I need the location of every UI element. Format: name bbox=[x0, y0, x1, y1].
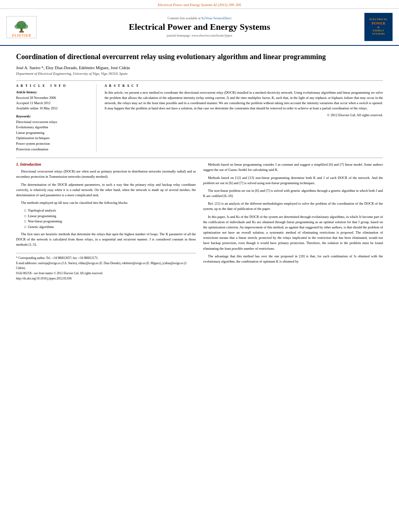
elsevier-wordmark: ELSEVIER bbox=[12, 34, 31, 37]
available-date: Available online 16 May 2012 bbox=[16, 106, 90, 111]
right-para5: In this paper, Js and Ks of the DOCR of … bbox=[203, 214, 383, 251]
sciverse-text: Contents lists available at bbox=[168, 16, 202, 20]
footnote-issn: 0142-0615/$ - see front matter © 2012 El… bbox=[16, 271, 196, 275]
article-info-label: A R T I C L E I N F O bbox=[16, 84, 90, 88]
journal-title: Electrical Power and Energy Systems bbox=[43, 22, 356, 32]
authors-text: José A. Sueiro *, Eloy Diaz-Dorado, Edel… bbox=[16, 66, 130, 70]
received-date: Received 28 November 2006 bbox=[16, 95, 90, 101]
divider-top bbox=[16, 80, 383, 81]
authors-line: José A. Sueiro *, Eloy Diaz-Dorado, Edel… bbox=[16, 66, 383, 70]
top-bar: Electrical Power and Energy Systems 42 (… bbox=[0, 0, 399, 9]
affiliation-line: Department of Electrical Engineering, Un… bbox=[16, 72, 383, 76]
bullet-4: □ bbox=[24, 224, 26, 230]
list-item-1: □ Topological analysis bbox=[21, 208, 196, 214]
sciverse-line: Contents lists available at SciVerse Sci… bbox=[43, 16, 356, 20]
list-label-2: Linear programming bbox=[28, 214, 56, 219]
elsevier-logo-image: ELSEVIER bbox=[6, 16, 37, 38]
keyword-5: Power system protection bbox=[16, 141, 90, 147]
accepted-date: Accepted 11 March 2012 bbox=[16, 101, 90, 106]
keyword-2: Evolutionary algorithm bbox=[16, 125, 90, 130]
right-para3: The non-linear problem set out in [6] an… bbox=[203, 188, 383, 199]
sciverse-link[interactable]: SciVerse ScienceDirect bbox=[202, 16, 232, 20]
right-para2: Methods based on [12] and [13] non-linea… bbox=[203, 175, 383, 186]
list-item-2: □ Linear programming bbox=[21, 214, 196, 219]
keywords-label: Keywords: bbox=[16, 114, 90, 118]
elsevier-logo-container: ELSEVIER bbox=[6, 16, 39, 38]
logo-energy: ENERGY bbox=[373, 29, 385, 33]
right-para1: Methods based on linear programming cons… bbox=[203, 162, 383, 173]
footnote-email: E-mail addresses: sueiroja@uvigo.es (J.A… bbox=[16, 261, 196, 270]
abstract-col: A B S T R A C T In this article, we pres… bbox=[105, 84, 383, 152]
keyword-1: Directional overcurrent relays bbox=[16, 119, 90, 125]
abstract-text: In this article, we present a new method… bbox=[105, 90, 383, 111]
list-item-4: □ Genetic algorithms bbox=[21, 224, 196, 230]
article-info-abstract-section: A R T I C L E I N F O Article history: R… bbox=[16, 84, 383, 152]
journal-homepage: journal homepage: www.elsevier.com/locat… bbox=[43, 34, 356, 37]
divider-body bbox=[16, 158, 383, 158]
body-right-col: Methods based on linear programming cons… bbox=[203, 162, 383, 281]
elsevier-tree-icon bbox=[10, 17, 33, 33]
svg-rect-5 bbox=[19, 31, 24, 33]
journal-logo-box: ELECTRICAL POWER & ENERGY SYSTEMS bbox=[364, 13, 393, 41]
footnotes-area: * Corresponding author. Tel.: +34 986812… bbox=[16, 253, 196, 281]
email-label: E-mail addresses: bbox=[16, 261, 37, 265]
list-item-3: □ Non-linear programming bbox=[21, 219, 196, 224]
list-label-4: Genetic algorithms bbox=[28, 224, 54, 230]
logo-electrical: ELECTRICAL bbox=[370, 18, 388, 21]
right-para6: The advantage that this method has over … bbox=[203, 254, 383, 264]
email-addresses: sueiroja@uvigo.es (J.A. Sueiro), eldiaz@… bbox=[16, 261, 187, 269]
list-label-3: Non-linear programming bbox=[28, 219, 62, 224]
body-left-col: 1. Introduction Directional overcurrent … bbox=[16, 162, 196, 281]
article-info-col: A R T I C L E I N F O Article history: R… bbox=[16, 84, 97, 152]
body-section: 1. Introduction Directional overcurrent … bbox=[16, 162, 383, 281]
logo-power: POWER bbox=[372, 21, 385, 26]
right-para4: Ref. [11] is an analysis of the differen… bbox=[203, 201, 383, 212]
bullet-2: □ bbox=[24, 214, 26, 219]
footnote-corresponding: * Corresponding author. Tel.: +34 986812… bbox=[16, 256, 196, 260]
bullet-3: □ bbox=[24, 219, 26, 224]
bullet-1: □ bbox=[24, 208, 26, 214]
keyword-3: Linear programming bbox=[16, 130, 90, 136]
svg-point-3 bbox=[14, 24, 21, 29]
keyword-4: Optimization techniques bbox=[16, 136, 90, 141]
section1-para3: The methods employed up till now can be … bbox=[16, 200, 196, 205]
keyword-6: Protection coordination bbox=[16, 147, 90, 152]
section1-para2: The determination of the DOCR adjustment… bbox=[16, 182, 196, 198]
main-content: Coordination of directional overcurrent … bbox=[0, 46, 399, 286]
svg-point-4 bbox=[22, 24, 28, 29]
journal-header: ELSEVIER Contents lists available at Sci… bbox=[0, 9, 399, 46]
section1-heading: 1. Introduction bbox=[16, 162, 196, 166]
footnote-doi: http://dx.doi.org/10.1016/j.ijepes.2012.… bbox=[16, 276, 196, 281]
methods-list: □ Topological analysis □ Linear programm… bbox=[21, 208, 196, 230]
copyright-line: © 2012 Elsevier Ltd. All rights reserved… bbox=[105, 113, 383, 117]
logo-ampersand: & bbox=[377, 26, 380, 29]
article-title: Coordination of directional overcurrent … bbox=[16, 52, 383, 62]
journal-center: Contents lists available at SciVerse Sci… bbox=[39, 16, 360, 37]
abstract-label: A B S T R A C T bbox=[105, 84, 383, 88]
section1-para1: Directional overcurrent relays (DOCR) ar… bbox=[16, 169, 196, 179]
section1-para4: The first ones are heuristic methods tha… bbox=[16, 232, 196, 248]
journal-reference: Electrical Power and Energy Systems 42 (… bbox=[158, 3, 241, 7]
journal-logo-right: ELECTRICAL POWER & ENERGY SYSTEMS bbox=[360, 13, 393, 41]
logo-systems: SYSTEMS bbox=[372, 33, 385, 36]
list-label-1: Topological analysis bbox=[28, 208, 56, 214]
article-history-label: Article history: bbox=[16, 90, 90, 94]
